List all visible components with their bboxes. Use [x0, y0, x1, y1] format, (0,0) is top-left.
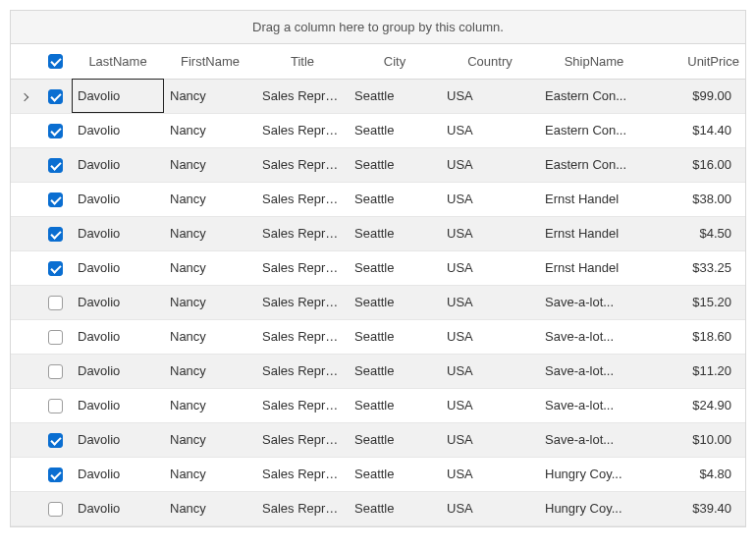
- table-row[interactable]: DavolioNancySales Repres...SeattleUSAErn…: [11, 216, 745, 250]
- firstname-cell[interactable]: Nancy: [164, 285, 256, 319]
- country-cell[interactable]: USA: [441, 354, 539, 388]
- table-row[interactable]: DavolioNancySales Repres...SeattleUSASav…: [11, 354, 745, 388]
- checkbox-icon[interactable]: [48, 296, 63, 310]
- country-cell[interactable]: USA: [441, 319, 539, 354]
- shipname-cell[interactable]: Ernst Handel: [539, 250, 649, 285]
- title-cell[interactable]: Sales Repres...: [256, 491, 349, 525]
- unitprice-cell[interactable]: $99.00: [649, 79, 745, 113]
- country-cell[interactable]: USA: [441, 113, 539, 147]
- checkbox-cell[interactable]: [38, 285, 72, 319]
- checkbox-icon[interactable]: [48, 261, 63, 276]
- country-cell[interactable]: USA: [441, 147, 539, 182]
- checkbox-icon[interactable]: [48, 124, 63, 138]
- city-cell[interactable]: Seattle: [349, 216, 441, 250]
- checkbox-cell[interactable]: [38, 457, 72, 491]
- country-cell[interactable]: USA: [441, 491, 539, 525]
- city-cell[interactable]: Seattle: [349, 113, 441, 147]
- lastname-cell[interactable]: Davolio: [72, 182, 164, 216]
- title-cell[interactable]: Sales Repres...: [256, 457, 349, 491]
- title-cell[interactable]: Sales Repres...: [256, 250, 349, 285]
- firstname-cell[interactable]: Nancy: [164, 319, 256, 354]
- shipname-cell[interactable]: Ernst Handel: [539, 182, 649, 216]
- unitprice-cell[interactable]: $18.60: [649, 319, 745, 354]
- shipname-cell[interactable]: Save-a-lot...: [539, 422, 649, 457]
- country-cell[interactable]: USA: [441, 457, 539, 491]
- unitprice-cell[interactable]: $4.50: [649, 216, 745, 250]
- checkbox-cell[interactable]: [38, 79, 72, 113]
- city-cell[interactable]: Seattle: [349, 285, 441, 319]
- checkbox-icon[interactable]: [48, 227, 63, 242]
- table-row[interactable]: DavolioNancySales Repres...SeattleUSASav…: [11, 319, 745, 354]
- checkbox-cell[interactable]: [38, 216, 72, 250]
- city-cell[interactable]: Seattle: [349, 79, 441, 113]
- firstname-cell[interactable]: Nancy: [164, 182, 256, 216]
- city-cell[interactable]: Seattle: [349, 250, 441, 285]
- checkbox-icon[interactable]: [48, 158, 63, 173]
- shipname-cell[interactable]: Eastern Con...: [539, 79, 649, 113]
- header-shipname[interactable]: ShipName: [539, 44, 649, 79]
- city-cell[interactable]: Seattle: [349, 422, 441, 457]
- title-cell[interactable]: Sales Repres...: [256, 388, 349, 422]
- lastname-cell[interactable]: Davolio: [72, 388, 164, 422]
- city-cell[interactable]: Seattle: [349, 319, 441, 354]
- city-cell[interactable]: Seattle: [349, 388, 441, 422]
- country-cell[interactable]: USA: [441, 182, 539, 216]
- lastname-cell[interactable]: Davolio: [72, 250, 164, 285]
- shipname-cell[interactable]: Eastern Con...: [539, 113, 649, 147]
- firstname-cell[interactable]: Nancy: [164, 457, 256, 491]
- header-unitprice[interactable]: UnitPrice: [649, 44, 745, 79]
- checkbox-cell[interactable]: [38, 422, 72, 457]
- firstname-cell[interactable]: Nancy: [164, 79, 256, 113]
- lastname-cell[interactable]: Davolio: [72, 457, 164, 491]
- shipname-cell[interactable]: Hungry Coy...: [539, 457, 649, 491]
- checkbox-icon[interactable]: [48, 502, 63, 517]
- country-cell[interactable]: USA: [441, 422, 539, 457]
- shipname-cell[interactable]: Save-a-lot...: [539, 388, 649, 422]
- lastname-cell[interactable]: Davolio: [72, 354, 164, 388]
- country-cell[interactable]: USA: [441, 79, 539, 113]
- firstname-cell[interactable]: Nancy: [164, 354, 256, 388]
- country-cell[interactable]: USA: [441, 388, 539, 422]
- checkbox-cell[interactable]: [38, 147, 72, 182]
- expand-cell[interactable]: [11, 79, 38, 113]
- shipname-cell[interactable]: Hungry Coy...: [539, 491, 649, 525]
- title-cell[interactable]: Sales Repres...: [256, 79, 349, 113]
- checkbox-icon[interactable]: [48, 192, 63, 207]
- table-row[interactable]: DavolioNancySales Repres...SeattleUSAErn…: [11, 182, 745, 216]
- checkbox-icon[interactable]: [48, 89, 63, 104]
- firstname-cell[interactable]: Nancy: [164, 113, 256, 147]
- shipname-cell[interactable]: Save-a-lot...: [539, 319, 649, 354]
- lastname-cell[interactable]: Davolio: [72, 285, 164, 319]
- unitprice-cell[interactable]: $24.90: [649, 388, 745, 422]
- country-cell[interactable]: USA: [441, 216, 539, 250]
- lastname-cell[interactable]: Davolio: [72, 422, 164, 457]
- checkbox-cell[interactable]: [38, 354, 72, 388]
- firstname-cell[interactable]: Nancy: [164, 216, 256, 250]
- title-cell[interactable]: Sales Repres...: [256, 285, 349, 319]
- lastname-cell[interactable]: Davolio: [72, 113, 164, 147]
- lastname-cell[interactable]: Davolio: [72, 491, 164, 525]
- table-row[interactable]: DavolioNancySales Repres...SeattleUSASav…: [11, 388, 745, 422]
- unitprice-cell[interactable]: $11.20: [649, 354, 745, 388]
- firstname-cell[interactable]: Nancy: [164, 250, 256, 285]
- lastname-cell[interactable]: Davolio: [72, 79, 164, 113]
- city-cell[interactable]: Seattle: [349, 182, 441, 216]
- checkbox-icon[interactable]: [48, 399, 63, 413]
- shipname-cell[interactable]: Ernst Handel: [539, 216, 649, 250]
- lastname-cell[interactable]: Davolio: [72, 216, 164, 250]
- table-row[interactable]: DavolioNancySales Repres...SeattleUSAEas…: [11, 79, 745, 113]
- title-cell[interactable]: Sales Repres...: [256, 147, 349, 182]
- title-cell[interactable]: Sales Repres...: [256, 182, 349, 216]
- table-row[interactable]: DavolioNancySales Repres...SeattleUSAEas…: [11, 113, 745, 147]
- shipname-cell[interactable]: Save-a-lot...: [539, 285, 649, 319]
- city-cell[interactable]: Seattle: [349, 354, 441, 388]
- header-city[interactable]: City: [349, 44, 441, 79]
- unitprice-cell[interactable]: $39.40: [649, 491, 745, 525]
- header-lastname[interactable]: LastName: [72, 44, 164, 79]
- header-title[interactable]: Title: [256, 44, 349, 79]
- unitprice-cell[interactable]: $4.80: [649, 457, 745, 491]
- table-row[interactable]: DavolioNancySales Repres...SeattleUSASav…: [11, 422, 745, 457]
- title-cell[interactable]: Sales Repres...: [256, 113, 349, 147]
- checkbox-icon[interactable]: [48, 54, 63, 69]
- lastname-cell[interactable]: Davolio: [72, 319, 164, 354]
